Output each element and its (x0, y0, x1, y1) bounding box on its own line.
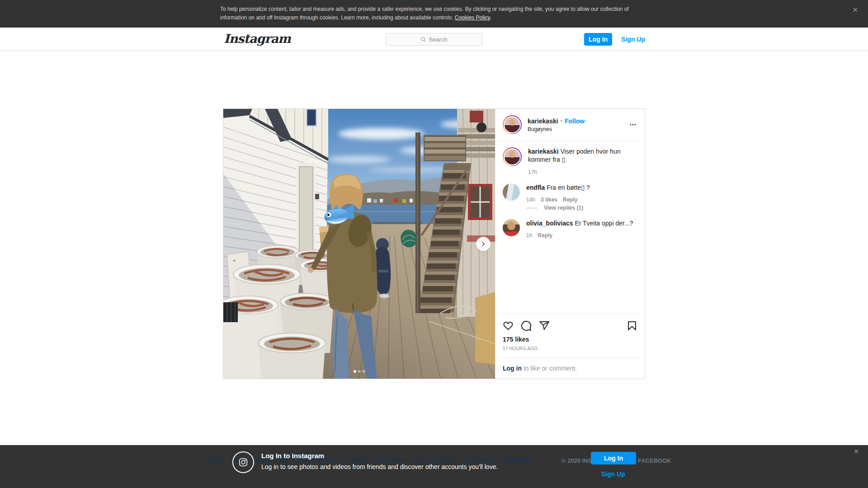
carousel-next-button[interactable] (476, 237, 491, 251)
post-card: kariekaski • Follow Bugøynes kariekaski … (223, 108, 645, 379)
caption-time: 17h (528, 168, 637, 176)
carousel-dot-2[interactable] (358, 370, 361, 373)
carousel-dot-1[interactable] (354, 370, 356, 373)
upper-window (307, 109, 316, 126)
black-basket (223, 302, 238, 322)
view-replies-line (526, 208, 538, 208)
more-options-button[interactable] (628, 120, 637, 129)
caption-username[interactable]: kariekaski (528, 148, 559, 155)
view-replies-label: View replies (1) (544, 205, 583, 211)
footer-link-about[interactable]: ABOUT (205, 457, 224, 464)
carousel-dots (354, 370, 365, 373)
post-photo (223, 109, 495, 379)
landing-railing (424, 135, 466, 161)
comment-button[interactable] (521, 320, 532, 331)
footer-signup-link[interactable]: Sign Up (601, 470, 625, 478)
cookie-close-icon[interactable]: ✕ (852, 6, 858, 14)
footer-close-icon[interactable]: ✕ (854, 448, 859, 455)
login-prompt-link[interactable]: Log in (503, 365, 522, 372)
footer-banner-title: Log In to Instagram (261, 452, 324, 460)
bookmark-icon (627, 320, 637, 331)
red-trim (470, 111, 483, 122)
share-button[interactable] (539, 320, 550, 331)
view-replies-button[interactable]: View replies (1) (526, 205, 637, 211)
footer-link-locations[interactable]: LOCATIONS (374, 457, 406, 464)
search-input[interactable]: Search (386, 33, 482, 46)
like-button[interactable] (503, 320, 514, 331)
commenter-username[interactable]: endfla (526, 184, 545, 191)
login-prompt-text: to like or comment. (522, 365, 577, 372)
comments-section: kariekaski Viser poden hvor hun kommer f… (495, 141, 645, 314)
share-icon (539, 320, 550, 331)
comment-likes[interactable]: 3 likes (541, 196, 557, 204)
post-timestamp: 17 HOURS AGO (503, 346, 637, 351)
comment-text: Fra en bøtte▯ ? (547, 184, 590, 191)
cookie-text-suffix: . (490, 14, 491, 21)
comment-time: 14h (526, 196, 535, 204)
likes-count[interactable]: 175 likes (503, 336, 637, 343)
author-username[interactable]: kariekaski (528, 118, 558, 124)
search-icon (420, 37, 426, 42)
comment-row: endfla Fra en bøtte▯ ? 14h 3 likes Reply (503, 183, 637, 204)
header-login-button[interactable]: Log In (584, 33, 612, 46)
caption-row: kariekaski Viser poden hvor hun kommer f… (503, 147, 637, 176)
caption-avatar[interactable] (503, 147, 522, 166)
barrels (223, 245, 342, 379)
footer-link-terms[interactable]: TERMS (348, 457, 367, 464)
comment-reply-button[interactable]: Reply (563, 196, 578, 204)
search-placeholder: Search (429, 36, 447, 43)
comment-text: Er Tveita oppi der...? (575, 220, 633, 227)
plywood-board (475, 292, 495, 364)
post-panel: kariekaski • Follow Bugøynes kariekaski … (495, 109, 645, 379)
cookie-banner-text: To help personalize content, tailor and … (220, 5, 650, 22)
chevron-right-icon (480, 241, 486, 247)
post-location[interactable]: Bugøynes (528, 127, 585, 132)
footer-link-top-accounts[interactable]: TOP ACCOUNTS (413, 457, 456, 464)
carousel-dot-3[interactable] (363, 370, 365, 373)
cookie-banner: To help personalize content, tailor and … (0, 0, 868, 28)
post-header: kariekaski • Follow Bugøynes (495, 109, 645, 141)
footer-login-button[interactable]: Log In (591, 452, 636, 465)
instagram-logo[interactable]: Instagram (224, 32, 291, 46)
heart-icon (503, 320, 514, 331)
author-avatar[interactable] (503, 115, 522, 134)
red-window (468, 184, 492, 220)
login-prompt: Log in to like or comment. (495, 357, 645, 379)
separator-dot: • (561, 118, 562, 124)
save-button[interactable] (627, 320, 637, 331)
site-header: Instagram Search Log In Sign Up (0, 28, 868, 51)
footer-link-language[interactable]: LANGUAGE (500, 457, 532, 464)
instagram-glyph-badge (232, 451, 254, 473)
commenter-avatar[interactable] (503, 183, 520, 201)
commenter-avatar[interactable] (503, 219, 520, 236)
header-signup-link[interactable]: Sign Up (621, 36, 645, 43)
fishing-net-pile (401, 230, 417, 247)
comment-reply-button[interactable]: Reply (538, 231, 552, 239)
footer-banner-subtitle: Log in to see photos and videos from fri… (261, 463, 498, 470)
footer-link-hashtags[interactable]: HASHTAGS (463, 457, 493, 464)
instagram-glyph-icon (238, 457, 248, 467)
comment-time: 1h (526, 231, 532, 239)
cookies-policy-link[interactable]: Cookies Policy (455, 14, 490, 21)
follow-button[interactable]: Follow (565, 118, 585, 124)
comment-row: olivia_boliviacs Er Tveita oppi der...? … (503, 219, 637, 239)
more-options-icon (628, 120, 637, 129)
photo-scene (223, 109, 495, 379)
cookie-text: To help personalize content, tailor and … (220, 6, 629, 21)
wall-lamp (476, 122, 486, 132)
post-actions: 175 likes 17 HOURS AGO (495, 314, 645, 357)
comment-icon (521, 320, 532, 331)
commenter-username[interactable]: olivia_boliviacs (526, 220, 573, 227)
